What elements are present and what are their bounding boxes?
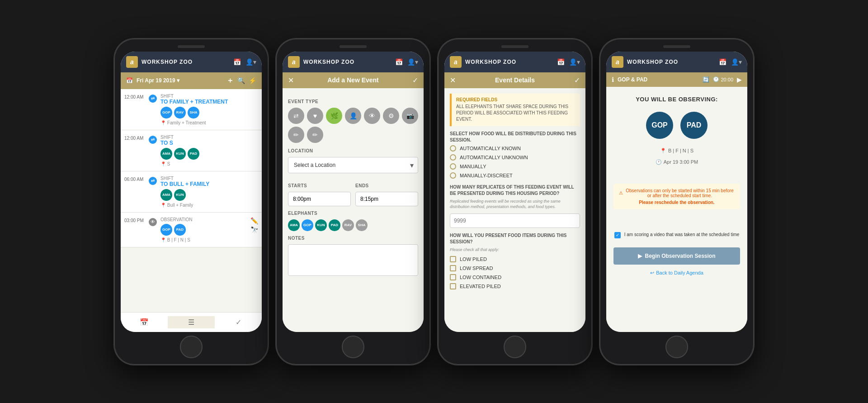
required-title: REQUIRED FIELDS — [456, 97, 576, 102]
check-low-contained[interactable]: LOW CONTAINED — [450, 274, 580, 280]
calendar-icon-4[interactable]: 📅 — [719, 58, 726, 66]
edit-icon-4[interactable]: ✏️ — [250, 217, 258, 224]
agenda-item-2[interactable]: 12:00 AM ⇄ Shift TO S AMA KUN PAD 📍 S — [121, 130, 262, 171]
nav-list[interactable]: ☰ — [168, 316, 215, 328]
event-type-binoculars[interactable]: 👁 — [364, 108, 380, 124]
starts-input[interactable] — [288, 192, 351, 206]
modal-header-3: ✕ Event Details ✓ — [444, 72, 585, 88]
elephant-chips-form: AMA GOP KUN PAD RAV SHA — [288, 219, 418, 231]
replicates-input[interactable] — [450, 213, 580, 228]
chips-2: AMA KUN PAD — [160, 148, 258, 160]
obs-warning-line2: Please reschedule the observation. — [619, 200, 735, 205]
bottom-nav-1: 📅 ☰ ✓ — [121, 312, 262, 332]
phone-speaker-4 — [663, 45, 690, 48]
check-elevated-piled[interactable]: ELEVATED PILED — [450, 283, 580, 289]
notes-textarea[interactable] — [288, 244, 418, 276]
chip-ama-form[interactable]: AMA — [288, 219, 300, 231]
required-banner: REQUIRED FIELDS ALL ELEPHANTS THAT SHARE… — [450, 94, 580, 126]
chip-rav-form[interactable]: RAV — [342, 219, 354, 231]
add-icon[interactable]: ＋ — [226, 76, 234, 85]
nav-calendar[interactable]: 📅 — [121, 316, 168, 328]
radio-auto-known[interactable]: AUTOMATICALLY KNOWN — [450, 145, 580, 152]
user-icon-3[interactable]: 👤▾ — [569, 58, 580, 66]
event-type-shift[interactable]: ⇄ — [288, 108, 304, 124]
food-dist-label: SELECT HOW FOOD WILL BE DISTRIBUTED DURI… — [450, 131, 580, 143]
phone-speaker-3 — [501, 45, 528, 48]
begin-btn-label: Begin Observation Session — [645, 253, 715, 259]
close-button-3[interactable]: ✕ — [450, 76, 456, 85]
location-1: 📍 Family + Treatment — [160, 120, 258, 125]
agenda-item-1[interactable]: 12:00 AM ⇄ Shift TO FAMILY + TREATMENT G… — [121, 89, 262, 130]
checkbox-3 — [450, 274, 456, 280]
form-content-3: REQUIRED FIELDS ALL ELEPHANTS THAT SHARE… — [444, 88, 585, 332]
event-type-pencil[interactable]: ✏ — [288, 127, 304, 143]
obs-location: 📍 B | F | N | S — [660, 148, 693, 154]
obs-time-info: 🕐 Apr 19 3:00 PM — [656, 159, 698, 165]
location-select[interactable]: Select a Location — [288, 157, 418, 173]
food-present-label: HOW WILL YOU PRESENT FOOD ITEMS DURING T… — [450, 232, 580, 245]
save-check-2[interactable]: ✓ — [412, 76, 418, 85]
close-button-2[interactable]: ✕ — [288, 76, 294, 85]
begin-observation-button[interactable]: ▶ Begin Observation Session — [613, 247, 740, 265]
required-text: ALL ELEPHANTS THAT SHARE SPACE DURING TH… — [456, 104, 576, 123]
phone-1-screen: a WORKSHOP ZOO 📅 👤▾ 📅 Fri Apr 19 2019 ▾ … — [121, 52, 262, 332]
app-title-3: WORKSHOP ZOO — [465, 59, 553, 65]
info-icon[interactable]: ℹ — [612, 76, 614, 83]
agenda-time-2: 12:00 AM — [124, 135, 145, 166]
agenda-item-3[interactable]: 06:00 AM ⇄ Shift TO BULL + FAMILY AMA KU… — [121, 171, 262, 213]
event-type-feeding[interactable]: 🌿 — [326, 108, 342, 124]
app-logo-2: a — [288, 56, 300, 68]
calendar-icon-3[interactable]: 📅 — [557, 58, 565, 66]
radio-manually-discreet[interactable]: MANUALLY-DISCREET — [450, 172, 580, 179]
user-icon-1[interactable]: 👤▾ — [245, 58, 256, 66]
event-type-person[interactable]: 👤 — [345, 108, 361, 124]
obs-chip-gop: GOP — [646, 112, 673, 139]
obs-checkbox-row[interactable]: ✓ I am scoring a video that was taken at… — [614, 228, 740, 242]
obs-warning-line1: ⚠ Observations can only be started withi… — [619, 188, 735, 198]
event-type-camera[interactable]: 📷 — [402, 108, 418, 124]
obs-header-bar: ℹ GOP & PAD 🔄 🕐 20:00 ▶ — [606, 72, 747, 87]
chip-sha-1: SHA — [188, 107, 199, 119]
chip-pad-2: PAD — [188, 148, 199, 160]
chip-pad-form[interactable]: PAD — [329, 219, 340, 231]
radio-auto-unknown[interactable]: AUTOMATICALLY UNKNOWN — [450, 154, 580, 161]
obs-warning: ⚠ Observations can only be started withi… — [613, 184, 740, 209]
ends-input[interactable] — [355, 192, 418, 206]
header-icons-2: 📅 👤▾ — [395, 58, 418, 66]
date-bar: 📅 Fri Apr 19 2019 ▾ ＋ 🔍 ⚡ — [121, 72, 262, 89]
chip-gop-form[interactable]: GOP — [302, 219, 313, 231]
play-icon[interactable]: ▶ — [737, 76, 742, 83]
binoculars-icon-4[interactable]: 🔭 — [250, 226, 258, 233]
event-type-extra[interactable]: ✏ — [307, 127, 323, 143]
calendar-icon-1[interactable]: 📅 — [233, 58, 241, 66]
radio-manually[interactable]: MANUALLY — [450, 163, 580, 170]
chip-kun-form[interactable]: KUN — [315, 219, 327, 231]
nav-check[interactable]: ✓ — [215, 316, 262, 328]
agenda-item-4[interactable]: 03:00 PM 👁 Observation GOP PAD 📍 B | F |… — [121, 213, 262, 247]
header-icons-1: 📅 👤▾ — [233, 58, 256, 66]
checkbox-2 — [450, 265, 456, 271]
check-low-piled[interactable]: LOW PILED — [450, 256, 580, 262]
back-to-agenda-link[interactable]: ↩ Back to Daily Agenda — [650, 270, 703, 276]
agenda-type-1: Shift — [160, 94, 258, 99]
obs-video-checkbox[interactable]: ✓ — [614, 232, 621, 238]
search-icon[interactable]: 🔍 — [237, 77, 245, 84]
phone-4: a WORKSHOP ZOO 📅 👤▾ ℹ GOP & PAD 🔄 🕐 20:0… — [600, 39, 754, 365]
check-low-spread[interactable]: LOW SPREAD — [450, 265, 580, 271]
chip-kun-3: KUN — [174, 189, 186, 201]
refresh-icon[interactable]: 🔄 — [703, 76, 709, 83]
event-type-settings[interactable]: ⚙ — [383, 108, 399, 124]
time-row: STARTS ENDS — [288, 178, 418, 206]
user-icon-4[interactable]: 👤▾ — [731, 58, 742, 66]
user-icon-2[interactable]: 👤▾ — [407, 58, 418, 66]
checkbox-4 — [450, 283, 456, 289]
date-dropdown[interactable]: Fri Apr 19 2019 ▾ — [137, 77, 179, 84]
chip-sha-form[interactable]: SHA — [356, 219, 368, 231]
food-methods-group: LOW PILED LOW SPREAD LOW CONTAINED ELEVA… — [450, 256, 580, 289]
starts-label: STARTS — [288, 183, 351, 188]
event-type-enrichment[interactable]: ♥ — [307, 108, 323, 124]
filter-icon[interactable]: ⚡ — [249, 77, 256, 84]
calendar-icon-2[interactable]: 📅 — [395, 58, 403, 66]
obs-title: YOU WILL BE OBSERVING: — [636, 96, 718, 103]
save-check-3[interactable]: ✓ — [574, 76, 580, 85]
